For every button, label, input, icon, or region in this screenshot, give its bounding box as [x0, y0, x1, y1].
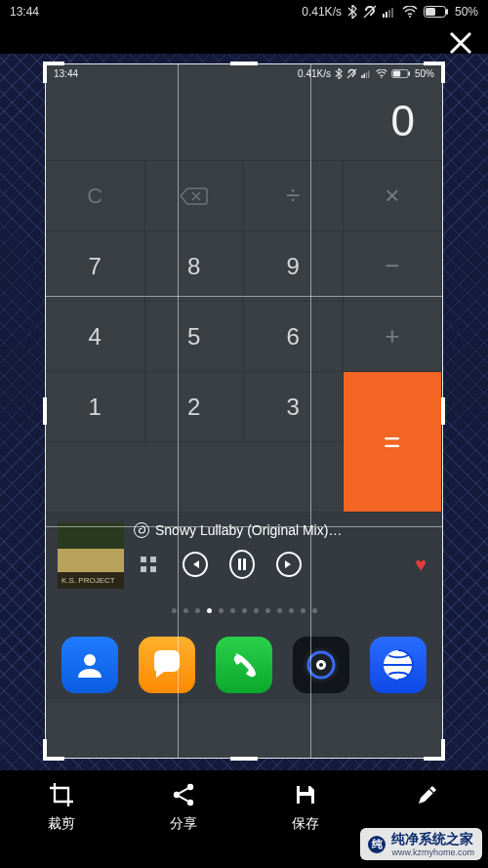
crop-handle-top[interactable] [230, 62, 258, 65]
close-button[interactable] [447, 29, 474, 57]
watermark: 纯 纯净系统之家 www.kzmyhome.com [360, 828, 482, 860]
key-backspace[interactable] [145, 161, 245, 231]
page-dot[interactable] [242, 608, 247, 613]
svg-rect-19 [150, 557, 156, 562]
crop-handle-right[interactable] [441, 397, 445, 425]
crop-tool[interactable]: 裁剪 [26, 780, 97, 833]
mute-icon [346, 68, 357, 79]
svg-rect-18 [141, 557, 146, 562]
watermark-brand: 纯净系统之家 [391, 831, 474, 848]
share-tool[interactable]: 分享 [148, 780, 219, 833]
key-minus[interactable]: − [344, 231, 443, 302]
crop-handle-bl[interactable] [43, 739, 64, 761]
page-dot[interactable] [230, 608, 235, 613]
status-bar: 13:44 0.41K/s 50% [0, 0, 488, 23]
netease-icon [134, 522, 149, 538]
edit-tool[interactable] [392, 780, 463, 809]
key-4[interactable]: 4 [46, 302, 145, 372]
app-music[interactable] [293, 637, 349, 693]
page-dot[interactable] [301, 608, 305, 613]
svg-rect-33 [300, 786, 308, 792]
play-pause-button[interactable] [229, 552, 255, 577]
crop-grid-line [178, 64, 179, 758]
svg-rect-10 [361, 75, 363, 78]
key-7[interactable]: 7 [46, 231, 145, 302]
key-1[interactable]: 1 [46, 372, 145, 442]
page-dot[interactable] [265, 608, 270, 613]
svg-rect-1 [383, 14, 385, 18]
svg-point-30 [186, 784, 192, 790]
save-icon [291, 780, 320, 809]
crop-frame[interactable]: 13:44 0.41K/s 50% 0 C ÷ × 7 8 [45, 63, 443, 759]
crop-icon [47, 780, 76, 809]
app-phone[interactable] [216, 637, 272, 693]
key-multiply[interactable]: × [344, 161, 443, 231]
svg-rect-20 [141, 566, 146, 572]
key-clear[interactable]: C [46, 161, 145, 231]
key-2[interactable]: 2 [145, 372, 245, 442]
page-dot[interactable] [219, 608, 224, 613]
key-3[interactable]: 3 [244, 372, 344, 442]
svg-rect-22 [238, 558, 241, 570]
page-dot[interactable] [289, 608, 294, 613]
wifi-icon [402, 6, 418, 18]
svg-point-5 [409, 16, 411, 18]
page-indicator [46, 595, 442, 629]
key-divide[interactable]: ÷ [244, 161, 344, 231]
battery-icon [424, 6, 449, 18]
svg-rect-23 [243, 558, 246, 570]
key-5[interactable]: 5 [145, 302, 245, 372]
crop-label: 裁剪 [48, 815, 75, 833]
watermark-url: www.kzmyhome.com [391, 847, 474, 857]
page-dot[interactable] [254, 608, 259, 613]
key-8[interactable]: 8 [145, 231, 245, 302]
crop-grid-line [310, 64, 311, 758]
app-messages[interactable] [139, 637, 195, 693]
key-blank-row [46, 442, 344, 513]
mute-icon [363, 5, 377, 19]
edit-icon [413, 780, 442, 809]
battery-icon [391, 69, 411, 78]
crop-handle-left[interactable] [43, 397, 47, 425]
svg-rect-7 [446, 9, 448, 15]
svg-rect-4 [391, 8, 393, 18]
crop-handle-tl[interactable] [43, 62, 64, 83]
crop-handle-tr[interactable] [424, 62, 445, 83]
crop-canvas[interactable]: 13:44 0.41K/s 50% 0 C ÷ × 7 8 [0, 54, 488, 770]
key-equals[interactable]: = [344, 372, 443, 513]
key-6[interactable]: 6 [244, 302, 344, 372]
crop-grid-line [46, 526, 442, 527]
status-speed: 0.41K/s [302, 5, 342, 19]
crop-grid-line [46, 296, 442, 297]
save-tool[interactable]: 保存 [270, 780, 341, 833]
svg-rect-16 [408, 71, 410, 76]
svg-point-24 [84, 654, 96, 666]
calculator-keypad: C ÷ × 7 8 9 − 4 5 6 + 1 2 3 = [46, 160, 442, 513]
next-track-button[interactable] [276, 552, 302, 577]
page-dot[interactable] [277, 608, 282, 613]
key-9[interactable]: 9 [244, 231, 344, 302]
app-browser[interactable] [370, 637, 427, 693]
page-dot[interactable] [207, 608, 212, 613]
key-plus[interactable]: + [344, 302, 443, 372]
crop-handle-br[interactable] [424, 739, 445, 761]
inner-status-speed: 0.41K/s [298, 68, 331, 79]
prev-track-button[interactable] [183, 552, 208, 577]
album-art[interactable]: K.S. PROJECT [58, 522, 124, 589]
bluetooth-icon [347, 5, 357, 19]
bluetooth-icon [335, 68, 343, 79]
app-contacts[interactable] [61, 637, 118, 693]
page-dot[interactable] [183, 608, 188, 613]
save-label: 保存 [292, 815, 319, 833]
like-button[interactable]: ♥ [415, 554, 427, 576]
svg-rect-11 [363, 73, 365, 78]
crop-handle-bottom[interactable] [230, 757, 258, 761]
svg-rect-17 [393, 70, 401, 76]
playlist-grid-icon[interactable] [136, 552, 161, 577]
svg-point-32 [186, 800, 192, 806]
page-dot[interactable] [312, 608, 317, 613]
page-dot[interactable] [172, 608, 177, 613]
screenshot-preview: 13:44 0.41K/s 50% 0 C ÷ × 7 8 [46, 64, 442, 758]
page-dot[interactable] [195, 608, 200, 613]
dock [46, 629, 442, 703]
